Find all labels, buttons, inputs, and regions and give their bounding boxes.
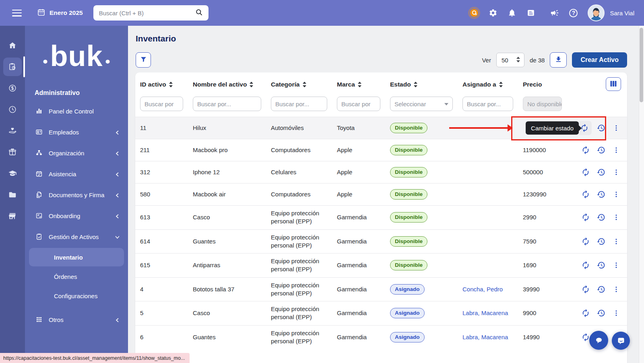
table-row[interactable]: 580 Macbook air Computadores Apple Dispo… — [135, 183, 627, 205]
history-icon[interactable] — [597, 124, 605, 132]
sort-icon[interactable] — [169, 82, 173, 87]
row-menu-icon[interactable] — [612, 190, 621, 199]
scrollbar-thumb[interactable] — [640, 28, 643, 102]
avatar[interactable] — [588, 4, 605, 21]
sidebar-item-panel-de-control[interactable]: Panel de Control — [25, 101, 128, 122]
change-status-icon[interactable] — [581, 237, 590, 246]
sort-icon[interactable] — [357, 82, 362, 87]
row-menu-icon[interactable] — [612, 168, 621, 177]
status-badge: Disponible — [390, 145, 427, 155]
row-menu-icon[interactable] — [612, 213, 621, 222]
filter-input-marca[interactable] — [337, 97, 380, 111]
table-row[interactable]: 614 Guantes Equipo protección personal (… — [135, 229, 627, 254]
row-menu-icon[interactable] — [612, 146, 621, 155]
column-header-asignado-a[interactable]: Asignado a — [458, 72, 518, 97]
history-icon[interactable] — [597, 309, 605, 318]
support-chat-button[interactable] — [612, 332, 630, 350]
sidebar-item-organizacion[interactable]: Organización — [25, 142, 128, 163]
filter-input-categoria[interactable] — [271, 97, 327, 111]
filter-button[interactable] — [136, 52, 151, 68]
chat-bubble-button[interactable] — [589, 331, 608, 350]
history-icon[interactable] — [597, 168, 605, 177]
settings-icon[interactable] — [489, 8, 497, 17]
download-button[interactable] — [550, 52, 567, 68]
page-size-select[interactable]: 50 — [496, 53, 524, 67]
column-header-estado[interactable]: Estado — [385, 72, 458, 97]
row-menu-icon[interactable] — [612, 285, 621, 294]
change-status-icon[interactable] — [581, 168, 590, 177]
filter-select-estado[interactable]: Seleccionar — [390, 97, 453, 111]
columns-button[interactable] — [606, 77, 621, 91]
change-status-icon[interactable] — [581, 285, 590, 294]
gift-box-icon[interactable] — [3, 143, 22, 161]
table-row[interactable]: 5 Casco Equipo protección personal (EPP)… — [135, 301, 627, 325]
row-menu-icon[interactable] — [612, 237, 621, 246]
column-header-categoria[interactable]: Categoría — [266, 72, 332, 97]
sidebar-subitem-ordenes[interactable]: Órdenes — [29, 267, 124, 286]
filter-input-asignado-a[interactable] — [462, 97, 513, 111]
create-asset-button[interactable]: Crear Activo — [572, 52, 627, 68]
benefits-hand-heart-icon[interactable] — [3, 122, 22, 140]
table-row[interactable]: 6 Guantes Equipo protección personal (EP… — [135, 325, 627, 349]
period-selector[interactable]: Enero 2025 — [37, 8, 83, 18]
table-row[interactable]: 615 Antiparras Equipo protección persona… — [135, 253, 627, 277]
table-row[interactable]: 312 Iphone 12 Celulares Apple Disponible… — [135, 161, 627, 183]
sidebar-item-gestion-de-activos[interactable]: Gestión de Activos — [25, 226, 128, 247]
change-status-icon[interactable] — [581, 261, 590, 270]
sidebar-item-otros[interactable]: Otros — [25, 309, 128, 330]
search-input[interactable] — [99, 10, 195, 16]
news-icon[interactable] — [526, 8, 535, 17]
row-menu-icon[interactable] — [612, 261, 621, 270]
history-icon[interactable] — [597, 213, 605, 222]
assigned-link[interactable]: Labra, Macarena — [462, 333, 508, 341]
history-icon[interactable] — [597, 190, 605, 199]
change-status-icon[interactable] — [581, 213, 590, 222]
table-row[interactable]: 211 Macbook pro Computadores Apple Dispo… — [135, 139, 627, 161]
sidebar-subitem-inventario[interactable]: Inventario — [29, 248, 124, 266]
column-header-nombre-del-activo[interactable]: Nombre del activo — [188, 72, 266, 97]
folder-icon[interactable] — [3, 186, 22, 204]
notifications-icon[interactable] — [508, 8, 516, 17]
sort-icon[interactable] — [302, 82, 307, 87]
sidebar-item-asistencia[interactable]: Asistencia — [25, 163, 128, 184]
payroll-dollar-icon[interactable] — [3, 79, 22, 97]
row-menu-icon[interactable] — [612, 124, 621, 132]
inventory-clipboard-icon[interactable] — [3, 58, 22, 76]
history-icon[interactable] — [597, 285, 605, 294]
sidebar-subitem-configuraciones[interactable]: Configuraciones — [29, 287, 124, 305]
sort-icon[interactable] — [249, 82, 254, 87]
sort-icon[interactable] — [499, 82, 503, 87]
sort-icon[interactable] — [413, 82, 418, 87]
filter-input-id-activo[interactable] — [140, 97, 183, 111]
history-icon[interactable] — [597, 237, 605, 246]
scrollbar-track[interactable] — [639, 26, 644, 363]
assigned-link[interactable]: Labra, Macarena — [462, 309, 508, 317]
history-icon[interactable] — [597, 146, 605, 155]
sidebar-item-empleados[interactable]: Empleados — [25, 122, 128, 142]
marketplace-store-icon[interactable] — [3, 207, 22, 225]
help-icon[interactable]: ? — [569, 9, 578, 17]
table-row[interactable]: 11 Hilux Automóviles Toyota Disponible C… — [135, 117, 627, 139]
row-menu-icon[interactable] — [612, 309, 621, 318]
column-header-marca[interactable]: Marca — [332, 72, 385, 97]
menu-icon[interactable] — [12, 10, 22, 16]
column-header-id-activo[interactable]: ID activo — [135, 72, 188, 97]
filter-input-nombre-del-activo[interactable] — [193, 97, 261, 111]
table-row[interactable]: 4 Bototos talla 37 Equipo protección per… — [135, 277, 627, 301]
user-name[interactable]: Sara Vial — [610, 10, 634, 16]
assigned-link[interactable]: Concha, Pedro — [462, 285, 503, 293]
announcements-icon[interactable] — [550, 8, 559, 17]
change-status-icon[interactable] — [581, 146, 590, 155]
sidebar-item-onboarding[interactable]: Onboarding — [25, 205, 128, 226]
time-clock-icon[interactable] — [3, 100, 22, 119]
sidebar-item-documentos-y-firma[interactable]: Documentos y Firma — [25, 184, 128, 205]
change-status-icon[interactable] — [581, 190, 590, 199]
home-icon[interactable] — [3, 36, 22, 55]
rewards-icon[interactable] — [470, 8, 479, 17]
training-graduation-icon[interactable] — [3, 164, 22, 183]
change-status-icon[interactable] — [581, 333, 590, 342]
history-icon[interactable] — [597, 261, 605, 270]
search-icon[interactable] — [195, 8, 203, 18]
table-row[interactable]: 613 Casco Equipo protección personal (EP… — [135, 205, 627, 229]
change-status-icon[interactable] — [581, 309, 590, 318]
